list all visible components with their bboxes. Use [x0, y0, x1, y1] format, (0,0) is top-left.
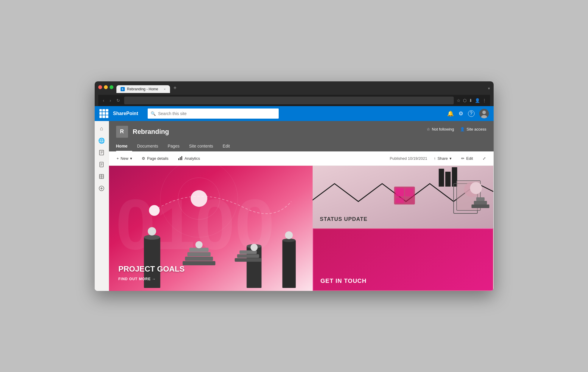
people-icon: 👤 — [460, 127, 465, 131]
site-navigation: Home Documents Pages Site contents Edit — [116, 141, 486, 151]
tab-favicon: S — [121, 87, 125, 91]
leftnav-add[interactable] — [96, 183, 107, 194]
extension-icon[interactable]: ⬡ — [463, 98, 467, 103]
svg-rect-35 — [237, 254, 259, 258]
sharepoint-app: SharePoint 🔍 🔔 ⚙ ? — [95, 106, 494, 291]
toolbar-right: Published 10/19/2021 ↑ Share ▾ ✏ Edit ⤢ — [390, 154, 489, 162]
svg-point-31 — [195, 241, 202, 248]
new-tab-button[interactable]: + — [171, 84, 179, 92]
svg-rect-30 — [189, 248, 208, 252]
hero-status-tile[interactable]: STATUS UPDATE — [313, 166, 493, 228]
back-button[interactable]: ‹ — [102, 97, 106, 103]
new-label: New — [121, 156, 128, 161]
maximize-window-button[interactable] — [110, 85, 113, 89]
new-dropdown-icon: ▾ — [130, 156, 132, 161]
site-access-button[interactable]: 👤 Site access — [460, 127, 486, 131]
analytics-button[interactable]: Analytics — [175, 154, 203, 163]
site-logo: R — [116, 126, 128, 138]
hero-main-tile[interactable]: 0100 — [109, 166, 313, 291]
browser-chrome: S Rebranding - Home × + ▾ ‹ › ↻ ☆ ⬡ ⬇ 👤 … — [95, 81, 494, 106]
published-date: Published 10/19/2021 — [390, 156, 427, 161]
share-label: Share — [437, 156, 448, 161]
leftnav-list[interactable] — [96, 171, 107, 182]
nav-site-contents[interactable]: Site contents — [184, 141, 218, 151]
tab-close-button[interactable]: × — [164, 87, 166, 91]
waffle-button[interactable] — [99, 109, 108, 118]
help-icon[interactable]: ? — [468, 110, 475, 117]
leftnav-globe[interactable]: 🌐 — [96, 135, 107, 146]
hero-main-text: PROJECT GOALS FIND OUT MORE → — [118, 264, 185, 281]
svg-rect-50 — [396, 198, 404, 203]
main-content: ⌂ 🌐 — [95, 121, 494, 291]
svg-rect-27 — [183, 261, 215, 265]
download-icon[interactable]: ⬇ — [469, 98, 472, 103]
browser-tab-active[interactable]: S Rebranding - Home × — [116, 85, 170, 93]
svg-rect-28 — [185, 257, 213, 261]
profile-icon[interactable]: 👤 — [475, 98, 480, 103]
sharepoint-topbar: SharePoint 🔍 🔔 ⚙ ? — [95, 106, 494, 121]
svg-rect-57 — [476, 197, 485, 201]
browser-toolbar-actions: ☆ ⬡ ⬇ 👤 ⋮ — [457, 98, 486, 103]
site-access-label: Site access — [467, 127, 486, 131]
nav-edit[interactable]: Edit — [218, 141, 235, 151]
site-header-top: R Rebranding ☆ Not following 👤 Site acce… — [116, 126, 486, 138]
share-button[interactable]: ↑ Share ▾ — [431, 154, 455, 162]
site-header: R Rebranding ☆ Not following 👤 Site acce… — [109, 121, 494, 151]
nav-documents[interactable]: Documents — [132, 141, 163, 151]
forward-button[interactable]: › — [108, 97, 112, 103]
user-avatar[interactable] — [479, 109, 489, 118]
site-header-actions: ☆ Not following 👤 Site access — [427, 126, 486, 131]
svg-rect-29 — [187, 252, 210, 256]
site-name: Rebranding — [133, 128, 169, 136]
expand-icon: ⤢ — [483, 156, 486, 161]
edit-icon: ✏ — [461, 156, 464, 161]
expand-button[interactable]: ⤢ — [480, 154, 489, 162]
browser-menu-icon[interactable]: ▾ — [488, 86, 490, 91]
leftnav-home[interactable]: ⌂ — [96, 123, 107, 134]
minimize-window-button[interactable] — [104, 85, 108, 89]
svg-rect-49 — [405, 188, 414, 196]
page-details-button[interactable]: ⚙ Page details — [139, 154, 171, 162]
bookmark-icon[interactable]: ☆ — [457, 98, 461, 103]
refresh-button[interactable]: ↻ — [115, 97, 121, 103]
not-following-button[interactable]: ☆ Not following — [427, 127, 454, 131]
svg-rect-20 — [181, 156, 182, 160]
svg-rect-19 — [180, 157, 181, 160]
nav-pages[interactable]: Pages — [163, 141, 184, 151]
svg-point-26 — [191, 190, 207, 207]
nav-home[interactable]: Home — [116, 141, 132, 151]
address-input[interactable] — [124, 97, 454, 104]
traffic-lights — [98, 85, 113, 89]
svg-rect-44 — [439, 169, 444, 187]
page-details-icon: ⚙ — [142, 156, 145, 161]
browser-window: S Rebranding - Home × + ▾ ‹ › ↻ ☆ ⬡ ⬇ 👤 … — [95, 81, 494, 291]
svg-rect-56 — [474, 201, 487, 204]
search-input[interactable] — [158, 111, 276, 116]
notification-icon[interactable]: 🔔 — [447, 110, 454, 117]
tab-title: Rebranding - Home — [127, 87, 162, 91]
svg-rect-38 — [282, 240, 296, 288]
sharepoint-brand[interactable]: SharePoint — [113, 111, 138, 116]
svg-point-24 — [144, 235, 160, 240]
svg-rect-3 — [99, 150, 104, 155]
new-button[interactable]: + New ▾ — [114, 154, 135, 162]
browser-settings-icon[interactable]: ⋮ — [482, 98, 486, 103]
hero-main-link[interactable]: FIND OUT MORE → — [118, 277, 156, 281]
analytics-label: Analytics — [185, 156, 200, 161]
leftnav-document[interactable] — [96, 159, 107, 170]
edit-button[interactable]: ✏ Edit — [458, 154, 476, 162]
hero-main-title: PROJECT GOALS — [118, 264, 185, 274]
page-toolbar: + New ▾ ⚙ Page details Analytics — [109, 151, 494, 166]
share-icon: ↑ — [434, 156, 436, 161]
leftnav-notebook[interactable] — [96, 147, 107, 158]
browser-address-bar: ‹ › ↻ ☆ ⬡ ⬇ 👤 ⋮ — [98, 95, 490, 106]
share-dropdown-icon: ▾ — [450, 156, 452, 161]
hero-touch-tile[interactable]: GET IN TOUCH — [313, 228, 493, 291]
settings-icon[interactable]: ⚙ — [458, 110, 463, 117]
hero-area: 0100 — [109, 166, 494, 291]
new-icon: + — [117, 156, 119, 161]
analytics-icon — [178, 156, 183, 161]
svg-point-1 — [482, 111, 486, 114]
svg-rect-55 — [472, 204, 489, 208]
close-window-button[interactable] — [98, 85, 102, 89]
